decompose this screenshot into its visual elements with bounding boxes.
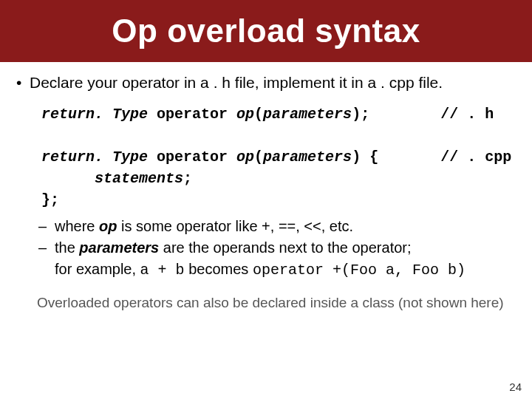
sub1-op: op bbox=[99, 218, 117, 234]
sub2-line2-a: for example, bbox=[55, 261, 140, 277]
main-bullet: • Declare your operator in a . h file, i… bbox=[16, 72, 516, 93]
code-l1-params: parameters bbox=[263, 106, 352, 123]
code-l2-kw: operator bbox=[148, 149, 236, 166]
sub2-params: parameters bbox=[79, 239, 159, 256]
dash-1: – bbox=[38, 216, 55, 236]
slide-body: • Declare your operator in a . h file, i… bbox=[0, 62, 532, 313]
footnote: Overloaded operators can also be declare… bbox=[37, 293, 516, 313]
code-l2-comment: // . cpp bbox=[440, 149, 511, 166]
code-l1-close: ); bbox=[352, 106, 440, 123]
code-l1-open: ( bbox=[254, 106, 263, 123]
sub2-line2-c: becomes bbox=[185, 261, 253, 277]
sub1-c: is some operator like +, ==, <<, etc. bbox=[117, 218, 353, 234]
slide-title: Op overload syntax bbox=[112, 13, 420, 50]
code-l2-close: ) { bbox=[352, 149, 440, 166]
sub2-line2-call: operator +(Foo a, Foo b) bbox=[253, 262, 466, 279]
sub1-text: where op is some operator like +, ==, <<… bbox=[55, 216, 353, 236]
sub2-line2: for example, a + b becomes operator +(Fo… bbox=[55, 259, 516, 280]
code-l3-indent bbox=[41, 170, 95, 187]
code-l2-open: ( bbox=[254, 149, 263, 166]
code-block: return. Type operator op(parameters); //… bbox=[41, 103, 516, 211]
sub2-a: the bbox=[55, 239, 79, 256]
bullet-dot: • bbox=[16, 72, 30, 93]
sub-row-2: – the parameters are the operands next t… bbox=[38, 238, 516, 258]
code-l1-comment: // . h bbox=[440, 106, 494, 123]
code-l1-op: op bbox=[236, 106, 254, 123]
dash-2: – bbox=[38, 238, 55, 258]
code-l1-kw: operator bbox=[148, 106, 236, 123]
code-l2-ret: return. Type bbox=[41, 149, 148, 166]
sub2-line2-ab: a + b bbox=[140, 262, 185, 279]
slide: Op overload syntax • Declare your operat… bbox=[0, 0, 532, 399]
sub-row-1: – where op is some operator like +, ==, … bbox=[38, 216, 516, 236]
code-l3-semi: ; bbox=[183, 170, 192, 187]
code-blank bbox=[41, 127, 50, 144]
sub2-text: the parameters are the operands next to … bbox=[55, 238, 412, 258]
code-l2-params: parameters bbox=[263, 149, 352, 166]
sub-bullets: – where op is some operator like +, ==, … bbox=[38, 216, 516, 280]
title-bar: Op overload syntax bbox=[0, 0, 532, 62]
code-l4: }; bbox=[41, 191, 59, 208]
sub2-c: are the operands next to the operator; bbox=[159, 239, 411, 256]
sub1-a: where bbox=[55, 218, 99, 234]
bullet-text: Declare your operator in a . h file, imp… bbox=[30, 72, 443, 93]
code-l1-ret: return. Type bbox=[41, 106, 148, 123]
code-l2-op: op bbox=[236, 149, 254, 166]
code-l3-stmt: statements bbox=[95, 170, 183, 187]
page-number: 24 bbox=[509, 381, 522, 393]
